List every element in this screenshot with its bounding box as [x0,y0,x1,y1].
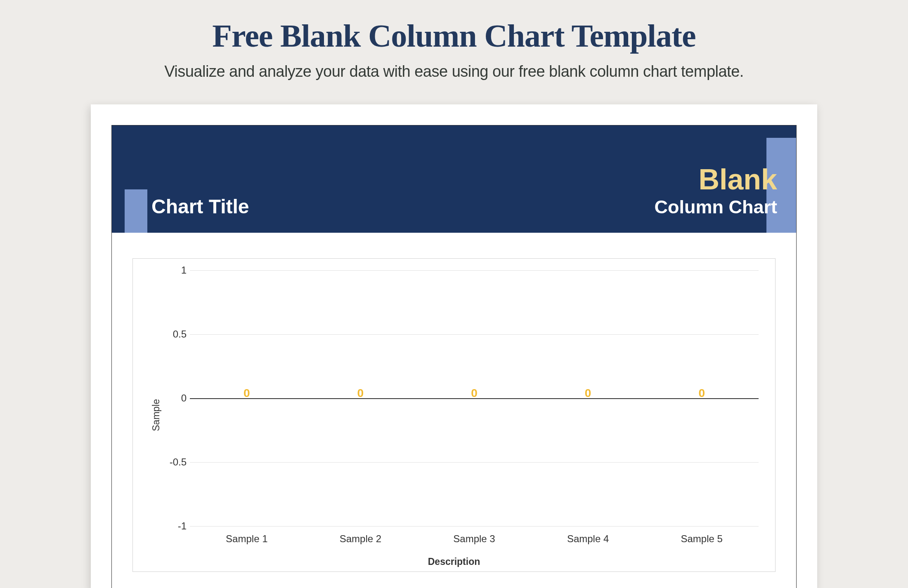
x-tick-label: Sample 3 [453,533,495,545]
bar-data-label: 0 [698,387,705,400]
chart-document: Chart Title Blank Column Chart Sample 10… [111,125,797,588]
x-tick-label: Sample 5 [681,533,722,545]
x-tick-label: Sample 1 [226,533,267,545]
y-tick-label: 0.5 [166,328,187,340]
chart-plot-area: Sample 10.50-0.5-1Sample 10Sample 20Samp… [132,258,776,572]
x-tick-label: Sample 2 [340,533,381,545]
bar-data-label: 0 [585,387,591,400]
gridline [190,270,759,271]
y-axis-label: Sample [151,399,162,431]
y-tick-label: -0.5 [166,456,187,468]
y-tick-label: 1 [166,264,187,276]
chart-title-label: Chart Title [151,195,249,218]
x-tick-label: Sample 4 [567,533,609,545]
gridline [190,462,759,463]
page-subtitle: Visualize and analyze your data with eas… [0,63,908,80]
bar-data-label: 0 [471,387,478,400]
gridline [190,526,759,527]
gridline [190,334,759,335]
decorative-block-left [125,189,147,233]
y-tick-label: -1 [166,520,187,532]
page-title: Free Blank Column Chart Template [0,0,908,54]
bar-data-label: 0 [244,387,250,400]
column-chart-label: Column Chart [655,196,778,218]
x-axis-label: Description [428,556,480,567]
chart-header: Chart Title Blank Column Chart [112,125,796,233]
chart-type-container: Blank Column Chart [655,165,778,218]
bar-data-label: 0 [357,387,364,400]
template-preview-card: Chart Title Blank Column Chart Sample 10… [91,104,817,588]
y-tick-label: 0 [166,392,187,404]
blank-label: Blank [655,165,778,194]
plot-canvas: 10.50-0.5-1Sample 10Sample 20Sample 30Sa… [190,270,759,526]
